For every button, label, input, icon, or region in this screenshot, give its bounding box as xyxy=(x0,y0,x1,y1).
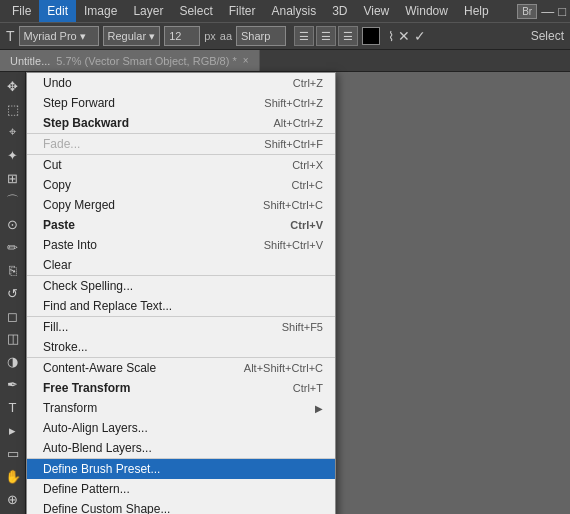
align-right-button[interactable]: ☰ xyxy=(338,26,358,46)
eyedropper-icon[interactable]: ⌒ xyxy=(2,191,24,212)
hand-tool-icon[interactable]: ✋ xyxy=(2,466,24,487)
tab-detail: 5.7% (Vector Smart Object, RGB/8) * xyxy=(56,55,236,67)
menu-item-cut[interactable]: Cut Ctrl+X xyxy=(27,155,335,175)
menu-item-define-brush-preset[interactable]: Define Brush Preset... xyxy=(27,459,335,479)
font-family-dropdown[interactable]: Myriad Pro ▾ xyxy=(19,26,99,46)
aa-icon: aa xyxy=(220,30,232,42)
menu-item-free-transform[interactable]: Free Transform Ctrl+T xyxy=(27,378,335,398)
menu-section-fade: Fade... Shift+Ctrl+F xyxy=(27,134,335,155)
dodge-burn-icon[interactable]: ◑ xyxy=(2,351,24,372)
menu-item-auto-blend-layers[interactable]: Auto-Blend Layers... xyxy=(27,438,335,458)
menu-section-transform: Content-Aware Scale Alt+Shift+Ctrl+C Fre… xyxy=(27,358,335,459)
menu-item-copy-merged[interactable]: Copy Merged Shift+Ctrl+C xyxy=(27,195,335,215)
toolbar: T Myriad Pro ▾ Regular ▾ 12 px aa Sharp … xyxy=(0,22,570,50)
document-tab[interactable]: Untitle... 5.7% (Vector Smart Object, RG… xyxy=(0,50,260,71)
menu-item-define-pattern[interactable]: Define Pattern... xyxy=(27,479,335,499)
workspace: ✥ ⬚ ⌖ ✦ ⊞ ⌒ ⊙ ✏ ⎘ ↺ ◻ ◫ ◑ ✒ T ▸ ▭ ✋ ⊕ Un… xyxy=(0,72,570,514)
crop-tool-icon[interactable]: ⊞ xyxy=(2,168,24,189)
minimize-icon[interactable]: — xyxy=(541,4,554,19)
menu-item-filter[interactable]: Filter xyxy=(221,0,264,22)
menu-section-text: Check Spelling... Find and Replace Text.… xyxy=(27,276,335,317)
maximize-icon[interactable]: □ xyxy=(558,4,566,19)
menu-bar-right: Br — □ xyxy=(517,4,566,19)
menu-item-check-spelling[interactable]: Check Spelling... xyxy=(27,276,335,296)
menu-bar: File Edit Image Layer Select Filter Anal… xyxy=(0,0,570,22)
menu-item-find-replace[interactable]: Find and Replace Text... xyxy=(27,296,335,316)
align-left-button[interactable]: ☰ xyxy=(294,26,314,46)
tab-label: Untitle... xyxy=(10,55,50,67)
spot-heal-icon[interactable]: ⊙ xyxy=(2,214,24,235)
br-badge: Br xyxy=(517,4,537,19)
menu-item-undo[interactable]: Undo Ctrl+Z xyxy=(27,73,335,93)
menu-section-history: Undo Ctrl+Z Step Forward Shift+Ctrl+Z St… xyxy=(27,73,335,134)
select-label: Select xyxy=(531,29,564,43)
lasso-tool-icon[interactable]: ⌖ xyxy=(2,122,24,143)
tab-bar: Untitle... 5.7% (Vector Smart Object, RG… xyxy=(0,50,570,72)
menu-item-layer[interactable]: Layer xyxy=(125,0,171,22)
menu-item-3d[interactable]: 3D xyxy=(324,0,355,22)
menu-item-clear[interactable]: Clear xyxy=(27,255,335,275)
move-tool-icon[interactable]: ✥ xyxy=(2,76,24,97)
tool-icon: T xyxy=(6,28,15,44)
menu-item-content-aware-scale[interactable]: Content-Aware Scale Alt+Shift+Ctrl+C xyxy=(27,358,335,378)
eraser-icon[interactable]: ◻ xyxy=(2,306,24,327)
menu-item-fill[interactable]: Fill... Shift+F5 xyxy=(27,317,335,337)
font-size-field[interactable]: 12 xyxy=(164,26,200,46)
menu-section-clipboard: Cut Ctrl+X Copy Ctrl+C Copy Merged Shift… xyxy=(27,155,335,276)
warp-icon[interactable]: ⌇ xyxy=(388,29,394,44)
menu-item-paste[interactable]: Paste Ctrl+V xyxy=(27,215,335,235)
menu-item-copy[interactable]: Copy Ctrl+C xyxy=(27,175,335,195)
align-group: ☰ ☰ ☰ xyxy=(294,26,358,46)
menu-item-step-forward[interactable]: Step Forward Shift+Ctrl+Z xyxy=(27,93,335,113)
menu-item-define-custom-shape[interactable]: Define Custom Shape... xyxy=(27,499,335,514)
menu-item-analysis[interactable]: Analysis xyxy=(263,0,324,22)
shape-tool-icon[interactable]: ▭ xyxy=(2,443,24,464)
px-label: px xyxy=(204,30,216,42)
cancel-icon[interactable]: ✕ xyxy=(398,28,410,44)
gradient-icon[interactable]: ◫ xyxy=(2,328,24,349)
menu-item-step-backward[interactable]: Step Backward Alt+Ctrl+Z xyxy=(27,113,335,133)
left-sidebar: ✥ ⬚ ⌖ ✦ ⊞ ⌒ ⊙ ✏ ⎘ ↺ ◻ ◫ ◑ ✒ T ▸ ▭ ✋ ⊕ xyxy=(0,72,26,514)
tab-close-button[interactable]: × xyxy=(243,55,249,66)
pen-tool-icon[interactable]: ✒ xyxy=(2,374,24,395)
edit-dropdown-menu: Undo Ctrl+Z Step Forward Shift+Ctrl+Z St… xyxy=(26,72,336,514)
menu-item-stroke[interactable]: Stroke... xyxy=(27,337,335,357)
magic-wand-icon[interactable]: ✦ xyxy=(2,145,24,166)
zoom-tool-icon[interactable]: ⊕ xyxy=(2,489,24,510)
path-select-icon[interactable]: ▸ xyxy=(2,420,24,441)
menu-item-transform[interactable]: Transform ▶ xyxy=(27,398,335,418)
menu-item-image[interactable]: Image xyxy=(76,0,125,22)
menu-item-edit[interactable]: Edit xyxy=(39,0,76,22)
menu-item-select[interactable]: Select xyxy=(171,0,220,22)
menu-item-auto-align-layers[interactable]: Auto-Align Layers... xyxy=(27,418,335,438)
menu-item-view[interactable]: View xyxy=(355,0,397,22)
menu-item-paste-into[interactable]: Paste Into Shift+Ctrl+V xyxy=(27,235,335,255)
color-swatch[interactable] xyxy=(362,27,380,45)
menu-item-fade: Fade... Shift+Ctrl+F xyxy=(27,134,335,154)
text-tool-icon[interactable]: T xyxy=(2,397,24,418)
font-style-dropdown[interactable]: Regular ▾ xyxy=(103,26,161,46)
brush-tool-icon[interactable]: ✏ xyxy=(2,237,24,258)
history-brush-icon[interactable]: ↺ xyxy=(2,283,24,304)
menu-item-help[interactable]: Help xyxy=(456,0,497,22)
selection-tool-icon[interactable]: ⬚ xyxy=(2,99,24,120)
menu-section-fill: Fill... Shift+F5 Stroke... xyxy=(27,317,335,358)
menu-section-define: Define Brush Preset... Define Pattern...… xyxy=(27,459,335,514)
sharp-dropdown[interactable]: Sharp xyxy=(236,26,286,46)
menu-item-window[interactable]: Window xyxy=(397,0,456,22)
confirm-icon[interactable]: ✓ xyxy=(414,28,426,44)
menu-item-file[interactable]: File xyxy=(4,0,39,22)
clone-stamp-icon[interactable]: ⎘ xyxy=(2,260,24,281)
align-center-button[interactable]: ☰ xyxy=(316,26,336,46)
